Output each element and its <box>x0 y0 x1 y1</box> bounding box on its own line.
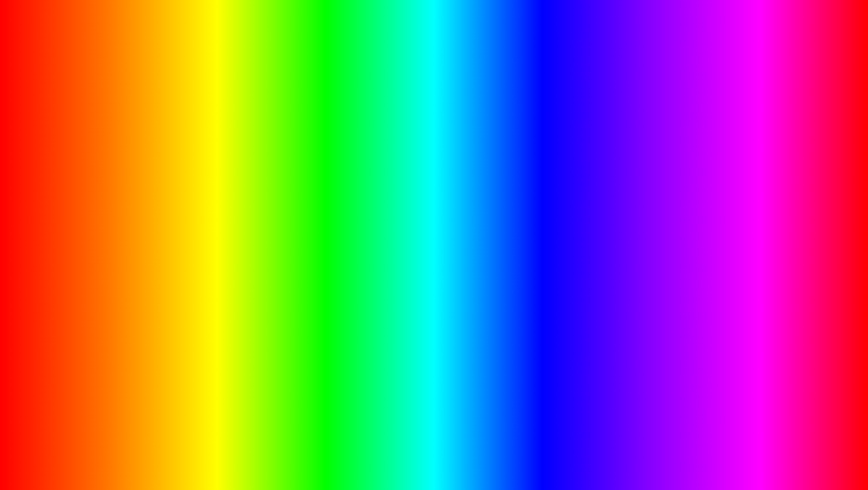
android-text: ANDROID ✓ <box>22 210 242 250</box>
right-panel-content: Mink Fake Transform Fishman Fake Transfo… <box>492 159 678 298</box>
right-panel-header: N NEVA HUB | BLOX FRUIT 09/02/2023 - 07:… <box>451 141 678 159</box>
transform-skypeian[interactable]: Skypeian Fake Transform <box>497 199 672 214</box>
right-panel-header-left: N NEVA HUB | BLOX FRUIT <box>456 143 552 156</box>
svg-rect-39 <box>792 392 798 394</box>
transform-list: Mink Fake Transform Fishman Fake Transfo… <box>492 159 678 253</box>
svg-rect-13 <box>429 214 439 219</box>
left-panel-header: N NEVA HUB | BLOX FRUIT 09/02/2023 - 07:… <box>37 141 264 159</box>
right-panel-sidebar: ⌂ Main ⚔ Weapons ⚙ Settings 📈 Stats 👤 <box>451 159 492 298</box>
teleport-icon: ⊙ <box>55 264 61 272</box>
bf-logo-blox: BL●X <box>769 418 821 438</box>
hydrogen-text: HYDROGEN <box>654 165 841 199</box>
svg-rect-35 <box>789 404 801 406</box>
ground-line <box>4 413 864 414</box>
sidebar-teleport-label: Teleport <box>50 274 66 279</box>
android-label: ANDROID <box>22 210 207 250</box>
right-sidebar-main[interactable]: ⌂ Main <box>451 163 491 187</box>
auto-farm-text: AUTO FARM <box>130 419 435 475</box>
mobile-android-label: MOBILE ANDROID ✓ <box>22 171 242 250</box>
right-settings-label: Settings <box>464 226 480 231</box>
checkmark-icon: ✓ <box>212 212 242 248</box>
title-fruits: FRUITS <box>421 7 659 70</box>
right-sidebar-teleport[interactable]: ⊙ Teleport <box>451 284 491 300</box>
right-panel-body: ⌂ Main ⚔ Weapons ⚙ Settings 📈 Stats 👤 <box>451 159 678 298</box>
right-sidebar-stats[interactable]: 📈 Stats <box>451 235 491 259</box>
main-container: 30:14 <box>0 0 868 490</box>
right-weapons-label: Weapons <box>462 201 481 206</box>
neva-logo-left: N <box>43 143 55 156</box>
right-stats-icon: 📈 <box>467 240 476 248</box>
left-panel-title: NEVA HUB | BLOX FRUIT <box>59 147 138 153</box>
auto-mirage-checkbox[interactable] <box>247 223 254 230</box>
fluxus-hydrogen-label: FLUXUS HYDROGEN <box>654 130 841 198</box>
right-player-label: Player <box>465 274 478 279</box>
right-sword-icon: ⚔ <box>469 191 475 200</box>
script-pastebin-text: SCRIPT PASTEBIN <box>444 436 738 471</box>
transform-cyborg[interactable]: Cyborg Fake Transform <box>497 235 672 249</box>
right-sidebar-weapons[interactable]: ⚔ Weapons <box>451 187 491 211</box>
svg-point-31 <box>797 397 800 400</box>
transform-mink[interactable]: Mink Fake Transform <box>497 163 672 178</box>
svg-point-2 <box>412 126 429 146</box>
candy-pole-5 <box>309 35 336 327</box>
mobile-text: MOBILE <box>22 171 242 210</box>
skull-icon <box>779 385 811 416</box>
right-teleport-icon: ⊙ <box>469 288 475 297</box>
transform-fishman[interactable]: Fishman Fake Transform <box>497 181 672 196</box>
bf-logo-background: BL●X FRUITS <box>749 377 841 468</box>
left-panel-datetime: 09/02/2023 - 07:31:40 AM [ ID ] <box>190 147 259 152</box>
right-settings-icon: ⚙ <box>469 215 475 224</box>
right-home-icon: ⌂ <box>470 167 474 175</box>
auto-farm-checkbox[interactable] <box>247 196 254 203</box>
skull-svg <box>783 388 807 413</box>
right-sidebar-player[interactable]: 👤 Player <box>451 259 491 284</box>
fluxus-text: FLUXUS <box>654 130 841 165</box>
neva-logo-right: N <box>456 143 469 156</box>
auto-mirage-hop-checkbox[interactable] <box>247 242 254 249</box>
extra-icon: ○ <box>56 288 60 296</box>
right-panel-title: NEVA HUB | BLOX FRUIT <box>473 147 552 153</box>
sidebar-item-extra[interactable]: ○ <box>37 284 77 300</box>
title-area: BLOX FRUITS <box>0 7 868 70</box>
pearl-decoration <box>603 102 774 111</box>
left-panel-header-left: N NEVA HUB | BLOX FRUIT <box>43 143 138 156</box>
right-sidebar-settings[interactable]: ⚙ Settings <box>451 211 491 235</box>
right-stats-label: Stats <box>467 250 477 255</box>
right-player-icon: 👤 <box>467 264 476 272</box>
treasure-chest <box>617 338 662 374</box>
svg-point-30 <box>790 397 792 400</box>
svg-rect-14 <box>416 218 432 263</box>
svg-point-22 <box>399 202 414 214</box>
dropdown-arrow-icon: ▼ <box>249 178 254 185</box>
right-panel: N NEVA HUB | BLOX FRUIT 09/02/2023 - 07:… <box>450 139 679 300</box>
blox-fruits-logo: BL●X FRUITS <box>749 377 841 468</box>
bottom-text-area: AUTO FARMSCRIPT PASTEBIN <box>0 423 868 472</box>
sidebar-item-teleport[interactable]: ⊙ Teleport <box>37 259 77 284</box>
transform-ghoul[interactable]: Ghoul Fake Transform <box>497 217 672 232</box>
title-blox: BLOX <box>210 7 392 70</box>
right-teleport-label: Teleport <box>464 298 480 300</box>
bf-logo-fruits: FRUITS <box>759 440 831 459</box>
right-main-label: Main <box>467 177 477 182</box>
